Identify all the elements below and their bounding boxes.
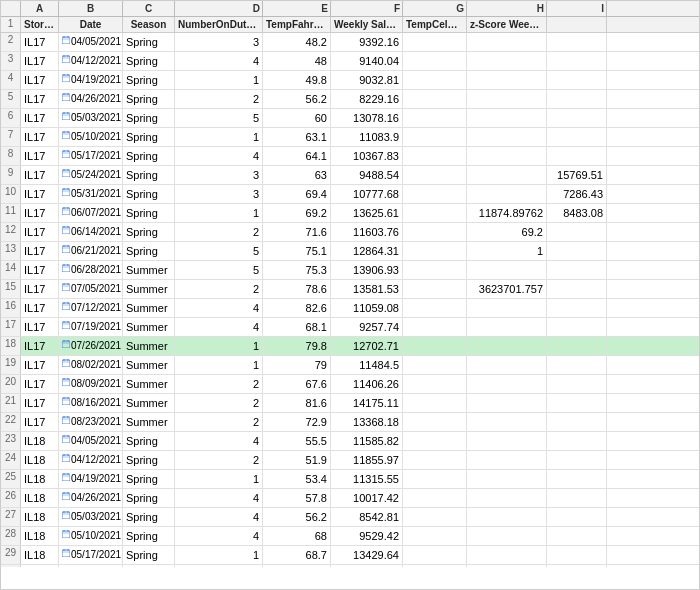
cell-E22[interactable]: 72.9 bbox=[263, 413, 331, 431]
cell-F6[interactable]: 13078.16 bbox=[331, 109, 403, 127]
cell-E11[interactable]: 69.2 bbox=[263, 204, 331, 222]
cell-E7[interactable]: 63.1 bbox=[263, 128, 331, 146]
table-row[interactable]: 19IL1708/02/2021Summer17911484.5 bbox=[1, 356, 699, 375]
cell-A21[interactable]: IL17 bbox=[21, 394, 59, 412]
cell-A23[interactable]: IL18 bbox=[21, 432, 59, 450]
cell-A22[interactable]: IL17 bbox=[21, 413, 59, 431]
cell-A3[interactable]: IL17 bbox=[21, 52, 59, 70]
cell-A13[interactable]: IL17 bbox=[21, 242, 59, 260]
cell-A12[interactable]: IL17 bbox=[21, 223, 59, 241]
header-cell-2[interactable]: Date bbox=[59, 17, 123, 32]
cell-B17[interactable]: 07/19/2021 bbox=[59, 318, 123, 336]
cell-G18[interactable] bbox=[403, 337, 467, 355]
cell-G5[interactable] bbox=[403, 90, 467, 108]
cell-D20[interactable]: 2 bbox=[175, 375, 263, 393]
cell-C21[interactable]: Summer bbox=[123, 394, 175, 412]
cell-E2[interactable]: 48.2 bbox=[263, 33, 331, 51]
cell-I16[interactable] bbox=[547, 299, 607, 317]
cell-D9[interactable]: 3 bbox=[175, 166, 263, 184]
cell-H4[interactable] bbox=[467, 71, 547, 89]
cell-A20[interactable]: IL17 bbox=[21, 375, 59, 393]
cell-A16[interactable]: IL17 bbox=[21, 299, 59, 317]
cell-D3[interactable]: 4 bbox=[175, 52, 263, 70]
col-header-b[interactable]: B bbox=[59, 1, 123, 16]
cell-H26[interactable] bbox=[467, 489, 547, 507]
cell-D4[interactable]: 1 bbox=[175, 71, 263, 89]
table-row[interactable]: 26IL1804/26/2021Spring457.810017.42 bbox=[1, 489, 699, 508]
cell-A25[interactable]: IL18 bbox=[21, 470, 59, 488]
table-row[interactable]: 29IL1805/17/2021Spring168.713429.64 bbox=[1, 546, 699, 565]
cell-C15[interactable]: Summer bbox=[123, 280, 175, 298]
cell-B26[interactable]: 04/26/2021 bbox=[59, 489, 123, 507]
cell-F25[interactable]: 11315.55 bbox=[331, 470, 403, 488]
cell-G26[interactable] bbox=[403, 489, 467, 507]
cell-H3[interactable] bbox=[467, 52, 547, 70]
cell-C16[interactable]: Summer bbox=[123, 299, 175, 317]
cell-I18[interactable] bbox=[547, 337, 607, 355]
cell-H14[interactable] bbox=[467, 261, 547, 279]
cell-F23[interactable]: 11585.82 bbox=[331, 432, 403, 450]
cell-F30[interactable]: 11262.57 bbox=[331, 565, 403, 567]
cell-A9[interactable]: IL17 bbox=[21, 166, 59, 184]
cell-E28[interactable]: 68 bbox=[263, 527, 331, 545]
cell-B18[interactable]: 07/26/2021 bbox=[59, 337, 123, 355]
cell-B4[interactable]: 04/19/2021 bbox=[59, 71, 123, 89]
cell-I21[interactable] bbox=[547, 394, 607, 412]
cell-F2[interactable]: 9392.16 bbox=[331, 33, 403, 51]
cell-G19[interactable] bbox=[403, 356, 467, 374]
cell-B23[interactable]: 04/05/2021 bbox=[59, 432, 123, 450]
cell-E26[interactable]: 57.8 bbox=[263, 489, 331, 507]
table-row[interactable]: 18IL1707/26/2021Summer179.812702.71 bbox=[1, 337, 699, 356]
cell-H21[interactable] bbox=[467, 394, 547, 412]
cell-A27[interactable]: IL18 bbox=[21, 508, 59, 526]
cell-G9[interactable] bbox=[403, 166, 467, 184]
cell-A19[interactable]: IL17 bbox=[21, 356, 59, 374]
cell-I7[interactable] bbox=[547, 128, 607, 146]
cell-E23[interactable]: 55.5 bbox=[263, 432, 331, 450]
cell-G14[interactable] bbox=[403, 261, 467, 279]
cell-F8[interactable]: 10367.83 bbox=[331, 147, 403, 165]
table-row[interactable]: 10IL1705/31/2021Spring369.410777.687286.… bbox=[1, 185, 699, 204]
cell-H27[interactable] bbox=[467, 508, 547, 526]
header-cell-5[interactable]: TempFahrenheit bbox=[263, 17, 331, 32]
table-row[interactable]: 23IL1804/05/2021Spring455.511585.82 bbox=[1, 432, 699, 451]
cell-B9[interactable]: 05/24/2021 bbox=[59, 166, 123, 184]
col-header-d[interactable]: D bbox=[175, 1, 263, 16]
cell-H16[interactable] bbox=[467, 299, 547, 317]
cell-F19[interactable]: 11484.5 bbox=[331, 356, 403, 374]
table-row[interactable]: 4IL1704/19/2021Spring149.89032.81 bbox=[1, 71, 699, 90]
cell-I22[interactable] bbox=[547, 413, 607, 431]
cell-B3[interactable]: 04/12/2021 bbox=[59, 52, 123, 70]
cell-F3[interactable]: 9140.04 bbox=[331, 52, 403, 70]
cell-I30[interactable] bbox=[547, 565, 607, 567]
cell-E8[interactable]: 64.1 bbox=[263, 147, 331, 165]
cell-F18[interactable]: 12702.71 bbox=[331, 337, 403, 355]
cell-F9[interactable]: 9488.54 bbox=[331, 166, 403, 184]
cell-C25[interactable]: Spring bbox=[123, 470, 175, 488]
cell-C24[interactable]: Spring bbox=[123, 451, 175, 469]
cell-B16[interactable]: 07/12/2021 bbox=[59, 299, 123, 317]
table-row[interactable]: 21IL1708/16/2021Summer281.614175.11 bbox=[1, 394, 699, 413]
cell-H6[interactable] bbox=[467, 109, 547, 127]
table-row[interactable]: 7IL1705/10/2021Spring163.111083.9 bbox=[1, 128, 699, 147]
col-header-c[interactable]: C bbox=[123, 1, 175, 16]
cell-C8[interactable]: Spring bbox=[123, 147, 175, 165]
col-header-g[interactable]: G bbox=[403, 1, 467, 16]
header-cell-7[interactable]: TempCelcius bbox=[403, 17, 467, 32]
cell-I27[interactable] bbox=[547, 508, 607, 526]
cell-G2[interactable] bbox=[403, 33, 467, 51]
cell-E4[interactable]: 49.8 bbox=[263, 71, 331, 89]
cell-H11[interactable]: 11874.89762 bbox=[467, 204, 547, 222]
cell-F20[interactable]: 11406.26 bbox=[331, 375, 403, 393]
cell-B11[interactable]: 06/07/2021 bbox=[59, 204, 123, 222]
cell-G20[interactable] bbox=[403, 375, 467, 393]
table-row[interactable]: 15IL1707/05/2021Summer278.613581.5336237… bbox=[1, 280, 699, 299]
cell-D22[interactable]: 2 bbox=[175, 413, 263, 431]
cell-G11[interactable] bbox=[403, 204, 467, 222]
cell-D24[interactable]: 2 bbox=[175, 451, 263, 469]
cell-E19[interactable]: 79 bbox=[263, 356, 331, 374]
cell-C22[interactable]: Summer bbox=[123, 413, 175, 431]
cell-C13[interactable]: Spring bbox=[123, 242, 175, 260]
cell-D11[interactable]: 1 bbox=[175, 204, 263, 222]
cell-C2[interactable]: Spring bbox=[123, 33, 175, 51]
